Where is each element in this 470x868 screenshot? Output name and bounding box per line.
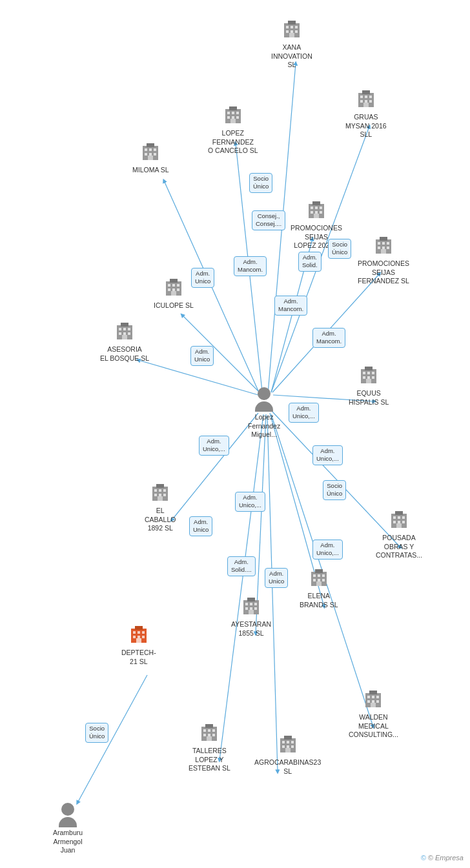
node-equus[interactable]: EQUUS HISPALIS SL (349, 365, 389, 407)
node-talleres[interactable]: TALLERES LOPEZ Y ESTEBAN SL (189, 723, 230, 773)
node-asesoria[interactable]: ASESORIA EL BOSQUE SL (100, 321, 149, 363)
svg-rect-119 (322, 574, 325, 577)
svg-rect-85 (123, 332, 126, 335)
svg-rect-100 (159, 489, 161, 492)
svg-rect-160 (284, 736, 292, 740)
svg-rect-162 (367, 696, 370, 698)
svg-rect-87 (122, 335, 127, 339)
badge-adm-unico-4[interactable]: Adm.Unico,... (199, 436, 229, 456)
badge-adm-mancom-2[interactable]: Adm.Mancom. (274, 296, 307, 316)
badge-socio-unico-3[interactable]: SocioÚnico (323, 480, 346, 500)
badge-adm-solid-2[interactable]: Adm.Solid.... (227, 556, 256, 576)
node-el-caballo[interactable]: EL CABALLO 1892 SL (145, 483, 176, 533)
node-miloma[interactable]: MILOMA SL (132, 142, 169, 175)
building-icon-caballo (150, 483, 170, 505)
label-talleres: TALLERES LOPEZ Y ESTEBAN SL (189, 747, 230, 773)
node-iculope[interactable]: ICULOPE SL (154, 278, 194, 310)
node-xana[interactable]: XANA INNOVATION SL (271, 19, 312, 70)
person-figure-aramburu (59, 803, 77, 827)
node-ayestaran[interactable]: AYESTARAN 1855 SL (231, 596, 271, 638)
svg-rect-79 (170, 279, 178, 283)
svg-rect-165 (367, 700, 370, 703)
badge-adm-unico-2[interactable]: Adm.Unico (190, 346, 214, 366)
building-icon-miloma (141, 142, 160, 165)
svg-rect-90 (363, 372, 365, 374)
svg-rect-52 (147, 143, 154, 147)
node-pousada[interactable]: POUSADA OBRAS Y CONTRATAS... (376, 510, 422, 560)
svg-rect-32 (369, 100, 372, 103)
svg-rect-130 (250, 607, 252, 610)
badge-adm-unico-3[interactable]: Adm.Unico,... (289, 403, 319, 423)
node-central-person[interactable]: Lopez Fernandez Miguel... (248, 387, 280, 439)
svg-rect-54 (311, 207, 313, 209)
node-gruas[interactable]: GRUAS MYSAN 2016 SLL (345, 89, 387, 139)
svg-rect-27 (360, 96, 363, 98)
svg-rect-167 (376, 700, 379, 703)
node-lopez-cancelo[interactable]: LOPEZ FERNANDEZ O CANCELO SL (208, 105, 258, 156)
badge-adm-unico-6[interactable]: Adm.Unico (189, 516, 212, 536)
badge-consej-1[interactable]: Consej.,Consej.... (252, 210, 285, 230)
svg-rect-77 (177, 288, 179, 291)
badge-adm-unico-1[interactable]: Adm.Unico (191, 268, 214, 288)
svg-rect-121 (318, 579, 320, 581)
label-gruas: GRUAS MYSAN 2016 SLL (345, 113, 387, 139)
svg-rect-102 (154, 494, 157, 496)
svg-rect-19 (291, 26, 293, 28)
svg-rect-113 (402, 521, 405, 523)
svg-rect-20 (295, 26, 298, 28)
node-agrocarabinas[interactable]: AGROCARABINAS23 SL (254, 734, 321, 776)
svg-rect-23 (295, 30, 298, 33)
label-miloma: MILOMA SL (132, 166, 169, 175)
svg-rect-81 (119, 328, 121, 330)
svg-rect-109 (398, 516, 400, 519)
badge-adm-unico-5[interactable]: Adm.Unico,... (235, 492, 265, 512)
label-caballo: EL CABALLO 1892 SL (145, 507, 176, 533)
badge-socio-unico-2[interactable]: SocioÚnico (328, 239, 351, 259)
svg-rect-37 (232, 112, 234, 114)
badge-adm-solid-1[interactable]: Adm.Solid. (298, 252, 322, 272)
svg-rect-112 (398, 521, 400, 523)
badge-adm-unico-9[interactable]: Adm.Unico (265, 568, 288, 588)
node-aramburu[interactable]: Aramburu Armengol Juan (53, 803, 83, 855)
svg-rect-61 (312, 201, 320, 205)
svg-rect-99 (154, 489, 157, 492)
node-prom-seijas-fernandez[interactable]: PROMOCIONES SEIJAS FERNANDEZ SL (358, 236, 409, 286)
badge-adm-mancom-3[interactable]: Adm.Mancom. (312, 328, 345, 348)
badge-adm-unico-8[interactable]: Adm.Unico,... (312, 540, 343, 560)
label-lopez-cancelo: LOPEZ FERNANDEZ O CANCELO SL (208, 129, 258, 156)
svg-rect-146 (212, 729, 215, 732)
badge-socio-unico-4[interactable]: SocioÚnico (85, 723, 108, 743)
label-asesoria: ASESORIA EL BOSQUE SL (100, 345, 149, 363)
label-equus: EQUUS HISPALIS SL (349, 389, 389, 407)
svg-rect-83 (128, 328, 130, 330)
svg-rect-49 (149, 153, 152, 156)
building-icon-gruas (356, 89, 376, 112)
svg-rect-41 (236, 116, 239, 119)
svg-rect-103 (159, 494, 161, 496)
svg-rect-158 (291, 745, 294, 748)
building-icon-agro (278, 734, 298, 757)
svg-rect-114 (396, 523, 402, 528)
svg-rect-28 (365, 96, 367, 98)
svg-rect-92 (372, 372, 374, 374)
badge-adm-unico-7[interactable]: Adm.Unico,... (312, 445, 343, 465)
svg-rect-163 (372, 696, 374, 698)
building-icon-prom-fernandez (374, 236, 393, 258)
building-icon-deptech (129, 625, 148, 647)
svg-rect-128 (254, 603, 257, 605)
svg-rect-122 (322, 579, 325, 581)
badge-adm-mancom-1[interactable]: Adm.Mancom. (234, 256, 267, 276)
svg-rect-72 (168, 284, 170, 287)
node-walden[interactable]: WALDEN MEDICAL CONSULTING... (349, 689, 398, 740)
svg-line-14 (220, 414, 263, 760)
node-elena-brands[interactable]: ELENA BRANDS SL (300, 568, 338, 609)
svg-rect-60 (314, 214, 319, 218)
svg-rect-67 (382, 247, 385, 249)
svg-rect-21 (286, 30, 289, 33)
svg-rect-31 (365, 100, 367, 103)
label-agro: AGROCARABINAS23 SL (254, 758, 321, 776)
label-pousada: POUSADA OBRAS Y CONTRATAS... (376, 534, 422, 560)
svg-rect-66 (378, 247, 380, 249)
badge-socio-unico-1[interactable]: SocioÚnico (249, 173, 272, 193)
node-deptech[interactable]: DEPTECH- 21 SL (121, 625, 156, 666)
